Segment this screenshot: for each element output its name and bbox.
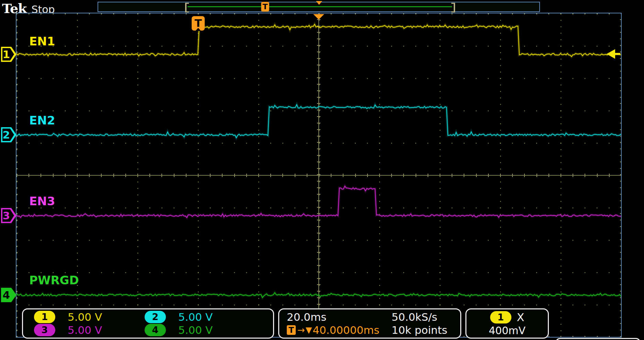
- trigger-slope-icon: X: [517, 311, 524, 324]
- channel1-label: EN1: [29, 34, 55, 48]
- channel3-marker-number: 3: [1, 208, 12, 223]
- horizontal-readout-box: 20.0ms 50.0kS/s T → ▼ 40.00000ms 10k poi…: [278, 308, 461, 339]
- trigger-point-flag-icon[interactable]: T: [192, 16, 205, 31]
- sample-rate-readout: 50.0kS/s: [392, 311, 460, 323]
- oscilloscope-screen: Tek Stop T EN1 EN2 EN3 PWRGD T 1 2: [0, 0, 644, 340]
- record-trigger-marker-icon[interactable]: T: [261, 2, 269, 12]
- graticule: EN1 EN2 EN3 PWRGD T: [16, 13, 622, 338]
- channel4-label: PWRGD: [29, 273, 79, 287]
- channel3-position-marker[interactable]: 3: [1, 208, 16, 223]
- record-reference-triangle-icon[interactable]: [316, 1, 322, 5]
- trigger-source-badge[interactable]: 1: [490, 311, 511, 323]
- channel4-scale: 5.00 V: [169, 324, 273, 336]
- arrow-right-icon: →: [297, 325, 305, 335]
- channel4-badge[interactable]: 4: [145, 324, 166, 336]
- reference-triangle-icon: ▼: [306, 325, 312, 335]
- channel2-marker-number: 2: [1, 127, 12, 142]
- channel2-scale: 5.00 V: [169, 311, 273, 323]
- channel4-marker-number: 4: [1, 288, 12, 302]
- timebase-readout: 20.0ms: [287, 311, 392, 323]
- record-window-line: [188, 6, 452, 7]
- trigger-position-readout: T → ▼ 40.00000ms: [287, 324, 392, 336]
- channel3-label: EN3: [29, 194, 55, 208]
- channel1-position-marker[interactable]: 1: [1, 47, 16, 62]
- arrow-head: [607, 49, 615, 59]
- channel2-label: EN2: [29, 113, 55, 127]
- trigger-source-row: 1 X: [490, 311, 524, 324]
- record-window-right-bracket[interactable]: [451, 3, 455, 12]
- waveform-traces: [16, 13, 621, 337]
- channel2-position-marker[interactable]: 2: [1, 127, 16, 142]
- arrow-tail: [615, 53, 620, 55]
- partial-readout-box: [555, 338, 641, 340]
- channel1-marker-number: 1: [1, 47, 12, 62]
- channel1-scale: 5.00 V: [59, 311, 145, 323]
- channel1-badge[interactable]: 1: [34, 311, 55, 323]
- vertical-scales-box: 1 5.00 V 2 5.00 V 3 5.00 V 4 5.00 V: [22, 308, 274, 339]
- channel2-badge[interactable]: 2: [145, 311, 166, 323]
- channel3-scale: 5.00 V: [59, 324, 145, 336]
- channel3-badge[interactable]: 3: [34, 324, 55, 336]
- trigger-t-icon: T: [287, 325, 296, 335]
- record-length-readout: 10k points: [392, 324, 460, 336]
- trigger-position-value: 40.00000ms: [313, 324, 379, 336]
- record-window-left-bracket[interactable]: [185, 3, 189, 12]
- trigger-readout-box: 1 X 400mV: [465, 308, 549, 339]
- trigger-level-arrow-icon[interactable]: [607, 49, 620, 59]
- channel4-position-marker[interactable]: 4: [1, 288, 16, 302]
- trigger-level-readout: 400mV: [489, 325, 526, 337]
- trigger-level-row: 400mV: [489, 325, 526, 337]
- acquisition-record-bar: T: [98, 2, 540, 12]
- trigger-position-triangle-icon[interactable]: [313, 14, 324, 20]
